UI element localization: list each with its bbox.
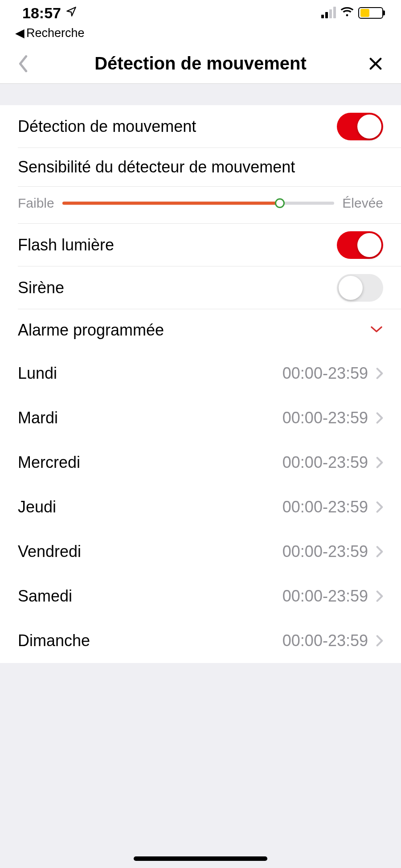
schedule-row[interactable]: Mardi00:00-23:59: [18, 396, 401, 440]
nav-bar: Détection de mouvement: [0, 44, 401, 84]
schedule-time-range: 00:00-23:59: [282, 542, 368, 561]
schedule-time-range: 00:00-23:59: [282, 498, 368, 516]
schedule-row[interactable]: Vendredi00:00-23:59: [18, 529, 401, 574]
schedule-time-range: 00:00-23:59: [282, 453, 368, 472]
close-button[interactable]: [356, 56, 383, 71]
flash-light-toggle[interactable]: [337, 231, 383, 259]
row-siren: Sirène: [18, 266, 401, 309]
back-app-label: Recherche: [26, 26, 85, 40]
status-bar: 18:57: [0, 0, 401, 26]
cell-signal-icon: [321, 8, 336, 18]
motion-detection-label: Détection de mouvement: [18, 117, 196, 136]
schedule-day-label: Samedi: [18, 587, 72, 606]
schedule-time-range: 00:00-23:59: [282, 409, 368, 427]
schedule-day-label: Lundi: [18, 364, 57, 383]
chevron-down-icon: [370, 325, 383, 336]
wifi-icon: [340, 7, 354, 19]
schedule-row[interactable]: Lundi00:00-23:59: [18, 351, 401, 396]
row-flash-light: Flash lumière: [18, 224, 401, 266]
home-indicator[interactable]: [134, 856, 267, 861]
schedule-day-label: Vendredi: [18, 542, 81, 561]
sensitivity-slider[interactable]: [62, 198, 335, 209]
schedule-day-label: Jeudi: [18, 498, 56, 516]
schedule-row[interactable]: Samedi00:00-23:59: [18, 574, 401, 618]
sensitivity-label: Sensibilité du détecteur de mouvement: [18, 148, 383, 186]
sensitivity-low-label: Faible: [18, 196, 54, 211]
flash-light-label: Flash lumière: [18, 236, 114, 254]
sensitivity-high-label: Élevée: [342, 196, 383, 211]
chevron-right-icon: [376, 412, 383, 424]
settings-list: Détection de mouvement Sensibilité du dé…: [0, 105, 401, 663]
row-scheduled-alarm[interactable]: Alarme programmée: [18, 309, 401, 351]
siren-toggle[interactable]: [337, 274, 383, 302]
schedule-day-label: Dimanche: [18, 631, 90, 650]
back-to-app[interactable]: ◀ Recherche: [0, 26, 401, 44]
row-sensitivity-slider: Faible Élevée: [18, 187, 401, 224]
page-title: Détection de mouvement: [45, 53, 356, 74]
schedule-row[interactable]: Dimanche00:00-23:59: [18, 618, 401, 663]
status-time: 18:57: [22, 4, 61, 22]
schedule-day-label: Mercredi: [18, 453, 80, 472]
scheduled-alarm-label: Alarme programmée: [18, 321, 164, 340]
row-sensitivity-title: Sensibilité du détecteur de mouvement: [18, 148, 401, 187]
schedule-day-label: Mardi: [18, 409, 58, 427]
siren-label: Sirène: [18, 278, 64, 297]
schedule-row[interactable]: Jeudi00:00-23:59: [18, 485, 401, 529]
chevron-right-icon: [376, 545, 383, 558]
row-motion-detection: Détection de mouvement: [18, 105, 401, 148]
chevron-right-icon: [376, 501, 383, 513]
chevron-right-icon: [376, 367, 383, 380]
location-icon: [65, 6, 77, 20]
schedule-time-range: 00:00-23:59: [282, 631, 368, 650]
battery-icon: [358, 7, 383, 19]
schedule-time-range: 00:00-23:59: [282, 587, 368, 606]
chevron-right-icon: [376, 456, 383, 469]
schedule-row[interactable]: Mercredi00:00-23:59: [18, 440, 401, 485]
back-button[interactable]: [18, 55, 45, 73]
chevron-right-icon: [376, 635, 383, 647]
chevron-right-icon: [376, 590, 383, 602]
back-caret-icon: ◀: [15, 26, 25, 40]
motion-detection-toggle[interactable]: [337, 113, 383, 140]
schedule-time-range: 00:00-23:59: [282, 364, 368, 383]
